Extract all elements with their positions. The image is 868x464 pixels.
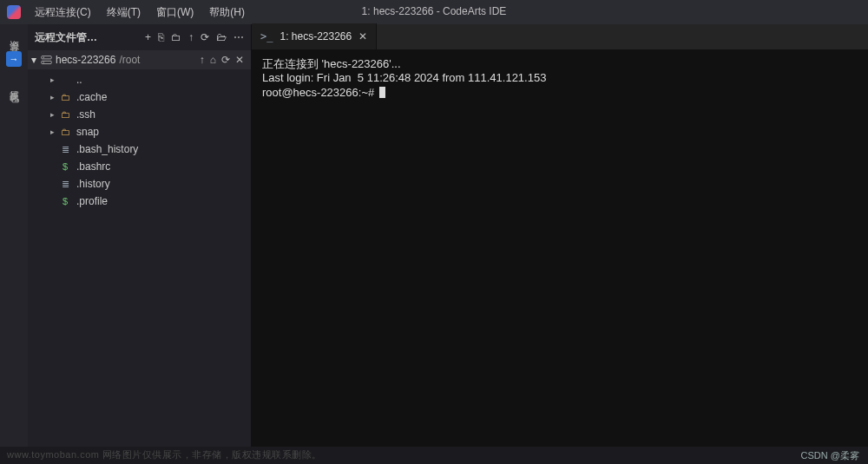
tab-label: 1: hecs-223266: [279, 30, 352, 42]
terminal-icon: >_: [260, 30, 273, 42]
chevron-right-icon: ▸: [47, 127, 57, 136]
sidebar: 远程文件管… + ⎘ 🗀 ↑ ⟳ 🗁 ⋯ ▾ hecs-223266 /root…: [28, 24, 252, 447]
tab-close-icon[interactable]: ✕: [358, 30, 367, 42]
menu-help[interactable]: 帮助(H): [202, 3, 252, 23]
chevron-right-icon: ▸: [47, 110, 57, 119]
file-tree: ▸..▸🗀.cache▸🗀.ssh▸🗀snap≣.bash_history$.b…: [28, 69, 251, 447]
tree-item-label: .bashrc: [76, 160, 110, 173]
server-path: /root: [119, 54, 140, 66]
tree-item[interactable]: ≣.bash_history: [28, 141, 251, 158]
activity-explorer[interactable]: 资源管: [8, 33, 21, 36]
chevron-right-icon: ▸: [47, 75, 57, 84]
tree-item-label: .profile: [76, 195, 108, 207]
new-folder-icon[interactable]: 🗀: [171, 31, 181, 43]
file-icon: $: [59, 196, 71, 206]
terminal-line: 正在连接到 'hecs-223266'...: [262, 57, 858, 71]
home-icon[interactable]: ⌂: [210, 54, 216, 66]
watermark-text: www.toymoban.com 网络图片仅供展示，非存储，版权违规联系删除。: [7, 448, 322, 461]
terminal-view[interactable]: 正在连接到 'hecs-223266'...Last login: Fri Ja…: [252, 50, 868, 447]
file-icon: ≣: [59, 179, 71, 190]
svg-point-3: [43, 62, 43, 62]
tree-item[interactable]: $.bashrc: [28, 158, 251, 175]
tree-item-label: .cache: [76, 91, 107, 103]
menubar: 远程连接(C) 终端(T) 窗口(W) 帮助(H) 1: hecs-223266…: [0, 0, 868, 24]
svg-rect-0: [41, 56, 50, 58]
app-logo-icon: [7, 5, 21, 19]
folder-icon: 🗀: [59, 92, 71, 102]
chevron-right-icon: ▸: [47, 93, 57, 101]
file-icon: ≣: [59, 144, 71, 155]
server-icon: [40, 54, 52, 66]
chevron-down-icon: ▾: [31, 54, 36, 66]
file-icon: $: [59, 161, 71, 172]
tree-item[interactable]: ▸🗀.cache: [28, 88, 251, 106]
refresh2-icon[interactable]: ⟳: [221, 54, 230, 66]
sidebar-header: 远程文件管… + ⎘ 🗀 ↑ ⟳ 🗁 ⋯: [28, 24, 251, 50]
window-title: 1: hecs-223266 - CodeArts IDE: [362, 5, 507, 17]
tree-item-label: ..: [76, 74, 82, 86]
svg-rect-1: [41, 61, 50, 63]
nav-up-icon[interactable]: ↑: [200, 54, 205, 66]
add-icon[interactable]: +: [145, 31, 151, 43]
activity-badge-icon[interactable]: →: [6, 51, 22, 67]
sidebar-server-row[interactable]: ▾ hecs-223266 /root ↑ ⌂ ⟳ ✕: [28, 50, 251, 69]
status-right: CSDN @柔雾: [801, 449, 859, 462]
folder-icon: 🗀: [59, 109, 71, 120]
svg-point-2: [43, 56, 43, 57]
menu-remote[interactable]: 远程连接(C): [28, 3, 98, 23]
tab-terminal[interactable]: >_ 1: hecs-223266 ✕: [252, 23, 377, 49]
terminal-line: root@hecs-223266:~#: [262, 86, 858, 100]
new-file-icon[interactable]: ⎘: [158, 31, 164, 43]
terminal-line: Last login: Fri Jan 5 11:26:48 2024 from…: [262, 71, 858, 85]
tab-bar: >_ 1: hecs-223266 ✕: [252, 24, 868, 50]
tree-item-label: .ssh: [76, 108, 95, 121]
tree-item[interactable]: ▸🗀snap: [28, 123, 251, 141]
tree-item[interactable]: $.profile: [28, 193, 251, 210]
cursor-icon: [379, 87, 385, 98]
more-icon[interactable]: ⋯: [233, 31, 244, 43]
editor-area: >_ 1: hecs-223266 ✕ 正在连接到 'hecs-223266'.…: [252, 24, 868, 447]
activity-bar: 资源管 → 扩展汉化包: [0, 24, 28, 447]
tree-item[interactable]: ▸🗀.ssh: [28, 106, 251, 123]
tree-item[interactable]: ≣.history: [28, 175, 251, 193]
open-folder-icon[interactable]: 🗁: [216, 31, 227, 43]
menu-terminal[interactable]: 终端(T): [100, 3, 148, 23]
tree-item-label: .history: [76, 178, 110, 190]
tree-item-label: .bash_history: [76, 143, 138, 155]
close-icon[interactable]: ✕: [235, 54, 244, 66]
menu-window[interactable]: 窗口(W): [149, 3, 201, 23]
sidebar-title: 远程文件管…: [35, 30, 145, 45]
server-name: hecs-223266: [56, 54, 115, 66]
tree-item[interactable]: ▸..: [28, 71, 251, 88]
activity-extensions[interactable]: 扩展汉化包: [8, 82, 21, 87]
tree-item-label: snap: [76, 126, 99, 138]
folder-icon: 🗀: [59, 127, 71, 137]
upload-icon[interactable]: ↑: [188, 31, 194, 43]
refresh-icon[interactable]: ⟳: [201, 31, 209, 43]
